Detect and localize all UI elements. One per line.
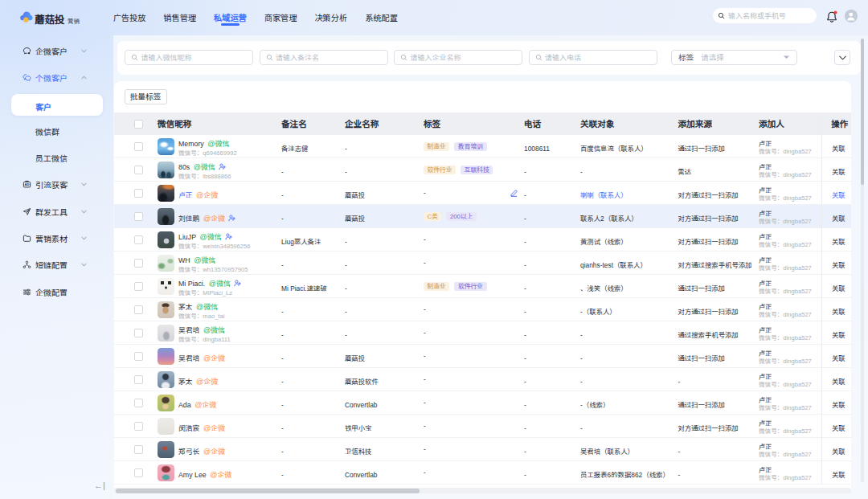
svg-text:AD: AD <box>25 183 30 187</box>
